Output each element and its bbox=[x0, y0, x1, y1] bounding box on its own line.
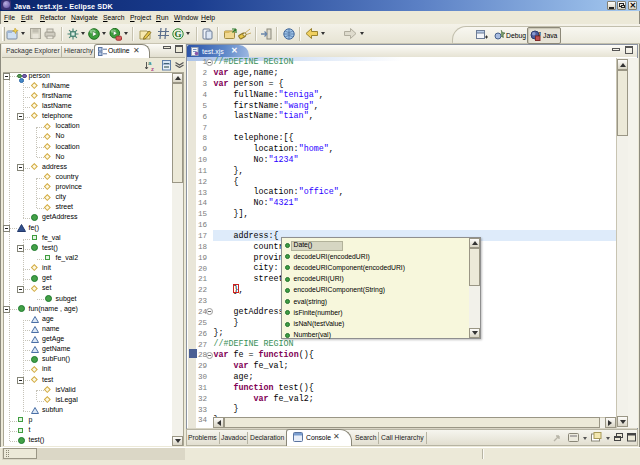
svg-text:G: G bbox=[174, 29, 181, 39]
svg-text:J: J bbox=[538, 31, 541, 37]
svg-text:z: z bbox=[151, 66, 154, 71]
